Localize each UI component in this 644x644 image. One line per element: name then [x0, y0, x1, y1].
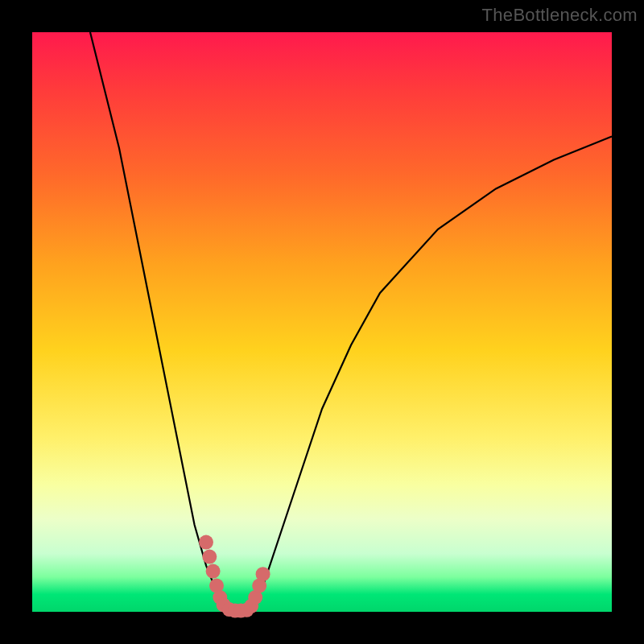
bottleneck-curve: [90, 32, 612, 612]
chart-frame: TheBottleneck.com: [0, 0, 644, 644]
trough-marker: [199, 535, 213, 550]
watermark-text: TheBottleneck.com: [482, 5, 638, 26]
trough-marker: [202, 550, 217, 564]
plot-area: [32, 32, 612, 612]
trough-marker: [256, 567, 270, 581]
curve-svg: [32, 32, 612, 612]
marker-group: [199, 535, 270, 618]
trough-marker: [206, 564, 221, 579]
